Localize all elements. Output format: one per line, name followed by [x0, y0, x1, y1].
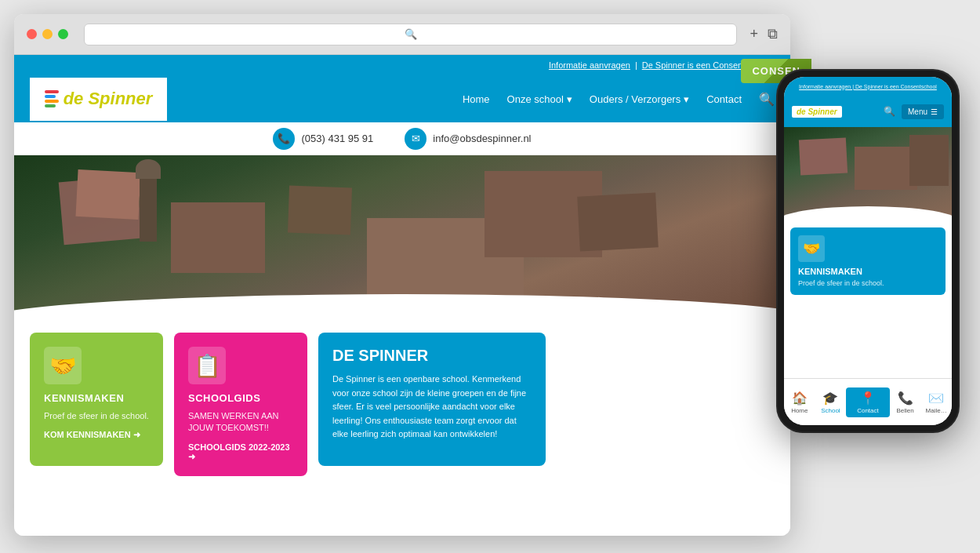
minimize-button[interactable] [42, 29, 53, 39]
kennismaken-card: 🤝 KENNISMAKEN Proef de sfeer in de schoo… [30, 333, 163, 466]
main-header: de Spinner Home Onze school ▾ Ouders / V… [14, 75, 790, 122]
phone-nav-mail-label: Maile… [926, 407, 947, 414]
nav-ouders[interactable]: Ouders / Verzorgers ▾ [590, 93, 689, 105]
separator: | [635, 60, 637, 70]
phone-header: de Spinner 🔍 Menu ☰ [784, 96, 952, 127]
close-button[interactable] [27, 29, 37, 39]
nav-home[interactable]: Home [463, 93, 490, 105]
phone-kennismaken-card: 🤝 KENNISMAKEN Proef de sfeer in de schoo… [790, 227, 946, 295]
phone-nav-home-label: Home [791, 407, 808, 414]
phone-nav-home[interactable]: 🏠 Home [784, 379, 815, 425]
menu-label: Menu [908, 107, 927, 116]
phone-device: Informatie aanvragen | De Spinner is een… [778, 71, 958, 431]
phone-contact: 📞 (053) 431 95 91 [273, 128, 373, 150]
kennismaken-desc: Proef de sfeer in de school. [44, 410, 149, 422]
phone-nav-bellen-label: Bellen [896, 407, 913, 414]
browser-chrome: 🔍 + ⧉ [14, 14, 790, 55]
phone-top-text: Informatie aanvragen | De Spinner is een… [790, 84, 946, 89]
mail-icon: ✉️ [928, 391, 944, 406]
email-contact: ✉ info@obsdespinner.nl [405, 128, 531, 150]
phone-screen: Informatie aanvragen | De Spinner is een… [784, 77, 952, 425]
school-icon: 🎓 [822, 391, 838, 406]
traffic-lights [27, 29, 68, 39]
website-content: Informatie aanvragen | De Spinner is een… [14, 55, 790, 536]
phone-call-icon: 📞 [898, 391, 913, 406]
phone-nav-school[interactable]: 🎓 School [815, 379, 847, 425]
site-logo: de Spinner [64, 89, 153, 109]
schoolgids-desc: SAMEN WERKEN AAN JOUW TOEKOMST!! [188, 410, 293, 435]
phone-nav-school-label: School [821, 407, 840, 414]
maximize-button[interactable] [58, 29, 68, 39]
phone-handshake-icon: 🤝 [798, 235, 825, 262]
phone-logo: de Spinner [792, 106, 842, 118]
address-bar[interactable]: 🔍 [84, 24, 737, 45]
top-info-bar: Informatie aanvragen | De Spinner is een… [14, 55, 790, 75]
phone-search-icon[interactable]: 🔍 [884, 106, 895, 117]
phone-nav-contact[interactable]: 📍 Contact [846, 387, 890, 417]
phone-number: (053) 431 95 91 [301, 133, 373, 144]
email-icon: ✉ [405, 128, 426, 150]
copy-window-icon[interactable]: ⧉ [768, 26, 778, 42]
nav-search-icon[interactable]: 🔍 [759, 92, 775, 107]
phone-menu-button[interactable]: Menu ☰ [902, 104, 944, 119]
contact-bar: 📞 (053) 431 95 91 ✉ info@obsdespinner.nl [14, 122, 790, 155]
email-address: info@obsdespinner.nl [433, 133, 531, 144]
spinner-bars-icon [45, 90, 59, 107]
schoolgids-title: SCHOOLGIDS [188, 392, 293, 404]
phone-bottom-nav: 🏠 Home 🎓 School 📍 Contact 📞 Bellen ✉️ Ma… [784, 378, 952, 425]
search-icon: 🔍 [405, 28, 417, 40]
chevron-down-icon-2: ▾ [684, 93, 689, 105]
phone-nav-bellen[interactable]: 📞 Bellen [890, 379, 921, 425]
cards-section: 🤝 KENNISMAKEN Proef de sfeer in de schoo… [14, 320, 790, 489]
main-card-title: DE SPINNER [332, 347, 532, 365]
main-nav: Home Onze school ▾ Ouders / Verzorgers ▾… [463, 92, 775, 107]
logo-area: de Spinner [30, 78, 167, 121]
info-link-aanvragen[interactable]: Informatie aanvragen [549, 60, 630, 70]
phone-hero [784, 127, 952, 221]
phone-nav-mail[interactable]: ✉️ Maile… [920, 379, 952, 425]
nav-contact[interactable]: Contact [706, 93, 742, 105]
browser-window: 🔍 + ⧉ Informatie aanvragen | De Spinner … [14, 14, 790, 536]
home-icon: 🏠 [792, 391, 808, 406]
chevron-down-icon: ▾ [567, 93, 572, 105]
browser-actions: + ⧉ [750, 26, 778, 42]
kennismaken-title: KENNISMAKEN [44, 392, 149, 404]
main-info-card: DE SPINNER De Spinner is een openbare sc… [318, 333, 546, 466]
nav-onze-school[interactable]: Onze school ▾ [507, 93, 572, 105]
phone-top-bar: Informatie aanvragen | De Spinner is een… [784, 77, 952, 96]
kennismaken-link[interactable]: KOM KENNISMAKEN ➜ [44, 430, 149, 440]
hamburger-icon: ☰ [931, 107, 938, 116]
main-card-body: De Spinner is een openbare school. Kenme… [332, 373, 532, 442]
handshake-icon: 🤝 [44, 347, 82, 384]
phone-icon: 📞 [273, 128, 295, 150]
document-icon: 📋 [188, 347, 226, 384]
phone-card-desc: Proef de sfeer in de school. [798, 279, 938, 287]
schoolgids-card: 📋 SCHOOLGIDS SAMEN WERKEN AAN JOUW TOEKO… [174, 333, 307, 476]
schoolgids-link[interactable]: SCHOOLGIDS 2022-2023 ➜ [188, 442, 293, 462]
new-tab-icon[interactable]: + [750, 26, 758, 42]
phone-card-title: KENNISMAKEN [798, 267, 938, 276]
location-icon: 📍 [860, 391, 876, 406]
hero-image [14, 155, 790, 320]
phone-nav-contact-label: Contact [857, 407, 879, 414]
